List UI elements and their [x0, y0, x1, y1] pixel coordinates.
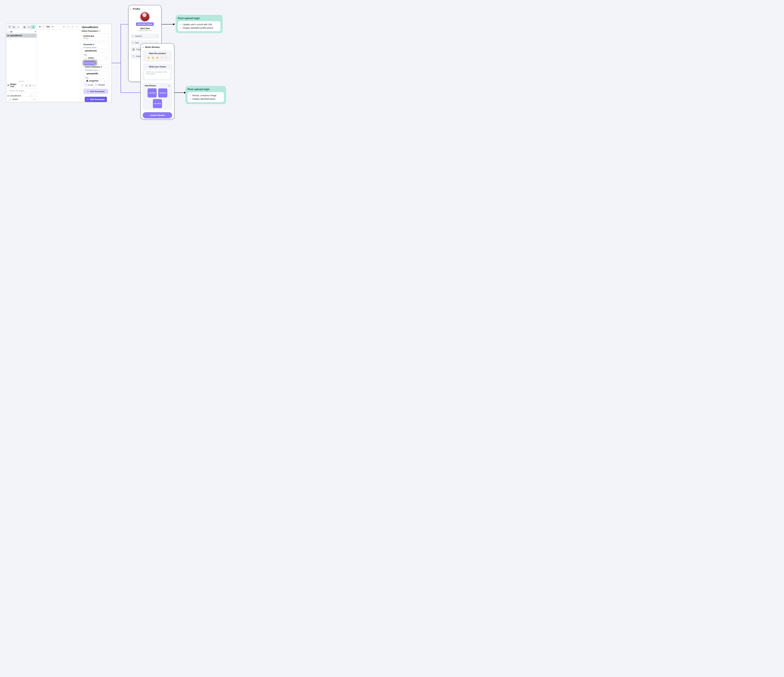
star-icon[interactable]: ★ — [151, 56, 155, 60]
search-result[interactable]: ◈ UploadButton — [6, 34, 37, 37]
btn-label: Add Parameter — [90, 90, 105, 93]
tree-icon: ☰ — [7, 84, 9, 87]
back-icon[interactable]: ‹ — [131, 8, 131, 10]
device-icon[interactable]: ▭ — [67, 25, 70, 28]
callout-line: Display uploaded photo — [192, 98, 215, 100]
flow-icon: ⤳ — [180, 23, 181, 26]
ap-type-select[interactable]: 🖼 ImagePath ⌄ — [85, 79, 107, 83]
set-profile-picture-button[interactable]: Set Profile Picture — [136, 22, 154, 26]
text-style-icon[interactable]: тT — [71, 25, 74, 28]
add-child-icon[interactable]: ＋ — [30, 95, 33, 97]
photos-count: 0/5 — [168, 85, 170, 87]
nullable-checkbox[interactable]: Nullable — [95, 84, 105, 86]
add-parameter-button[interactable]: ＋ Add Parameter — [85, 97, 107, 102]
flow-icon: ⤳ — [190, 94, 191, 97]
write-title: Write your review — [145, 65, 170, 68]
action-param-header[interactable]: Action Parameter 1 ⌄ — [85, 66, 107, 68]
ap-type-value: ImagePath — [89, 80, 99, 82]
param-type-label: Type — [83, 54, 108, 56]
layers-icon[interactable]: ⧉ — [7, 25, 11, 29]
button-icon: ʙ — [9, 98, 12, 101]
lock-icon[interactable]: 🔒 — [25, 84, 28, 87]
add-photo-button[interactable]: Add Photo — [153, 99, 162, 108]
resize-handle[interactable] — [95, 61, 96, 64]
image-icon: 🖼 — [86, 80, 88, 82]
add-photo-button[interactable]: Add Photo — [158, 89, 167, 98]
btn-label: Add Parameter — [90, 98, 105, 101]
ap-name-input[interactable] — [85, 71, 107, 76]
screen-title: Write Review — [145, 46, 160, 48]
photos-title: Add Photos — [145, 84, 156, 87]
param-name-input[interactable] — [83, 49, 108, 53]
submit-review-button[interactable]: Submit Review — [143, 112, 172, 118]
action-badge-icon: ⚡ — [33, 98, 35, 101]
tree-row-label: Button — [13, 98, 32, 101]
search-input[interactable] — [9, 30, 34, 33]
chevron-down-icon: ⌄ — [104, 80, 105, 82]
add-photo-button[interactable]: Add Photo — [148, 89, 157, 98]
map-icon: ⌂ — [132, 35, 134, 37]
widget-tree-search[interactable]: ⌕ Search for widget... — [6, 89, 37, 93]
write-card: Write your review Share your experience … — [143, 64, 172, 81]
clear-search-icon[interactable]: ✕ — [35, 30, 37, 33]
diamond-icon: ◈ — [7, 95, 9, 97]
folder-icon[interactable]: 🗀 — [27, 25, 31, 29]
star-icon[interactable]: ☆ — [165, 56, 168, 60]
action-param-card: Action Parameter 1 ⌄ Parameter Name ⓘ Ty… — [83, 64, 108, 87]
components-icon[interactable]: ◈ — [16, 25, 20, 29]
plus-icon: ＋ — [87, 90, 89, 93]
star-icon[interactable]: ☆ — [160, 56, 163, 60]
widget-preview-label: [buttonLabel] — [84, 61, 95, 65]
zoom-in-button[interactable]: + — [51, 25, 54, 28]
align-left-icon[interactable]: ↤ — [38, 25, 41, 28]
phone-review: ‹ Write Review Rate this product ★ ★ ★ ☆… — [140, 43, 174, 120]
theme-icon[interactable]: ☀ — [62, 25, 65, 28]
chevron-right-icon: › — [107, 36, 108, 38]
widget-tree-header: ☰ Widget Tree ⓘ 🔒 ⇵ ≡ — [6, 82, 37, 89]
checkbox-icon — [85, 84, 87, 86]
sort-icon[interactable]: ≡ — [33, 84, 35, 87]
star-icon[interactable]: ★ — [156, 56, 159, 60]
profile-email: joy@augustin.com — [131, 30, 159, 31]
islist-checkbox[interactable]: Is List — [85, 84, 93, 86]
back-icon[interactable]: ‹ — [143, 46, 143, 48]
more-icon[interactable]: ⋮ — [33, 95, 35, 97]
result-label: UploadButton — [10, 34, 22, 37]
menu-item-address[interactable]: ⌂ Address › — [131, 34, 159, 39]
panel-title: UploadButton — [82, 26, 110, 29]
plus-icon: ＋ — [87, 98, 89, 101]
menu-label: Address — [135, 35, 142, 37]
splitter-handle[interactable] — [6, 81, 37, 82]
structure-icon[interactable]: ⌗ — [75, 25, 79, 28]
callout-title: Post upload logic — [178, 17, 221, 20]
star-rating[interactable]: ★ ★ ★ ☆ ☆ — [145, 56, 170, 60]
tree-row-label: UploadButton — [10, 95, 29, 97]
param-card-1[interactable]: buttonLabel String › — [82, 34, 110, 41]
add-component-icon[interactable]: ⊕ — [31, 25, 35, 29]
info-icon[interactable]: ⓘ — [98, 69, 100, 71]
tree-row-root[interactable]: ◈ UploadButton ＋ ⋮ — [7, 94, 36, 98]
grid-icon[interactable]: ▦ — [22, 25, 26, 29]
review-textarea[interactable]: Share your experience with this product.… — [145, 70, 170, 79]
section-label: Define Parameters — [82, 30, 98, 32]
pages-icon[interactable]: ▤ — [12, 25, 16, 29]
param2-header[interactable]: Parameter 2 ⌄ — [83, 43, 108, 46]
callout-title: Post upload logic — [188, 88, 224, 91]
menu-label: Help — [135, 42, 139, 44]
zoom-out-button[interactable]: − — [42, 25, 45, 28]
info-icon[interactable]: ⓘ — [22, 84, 23, 87]
tree-row-child[interactable]: ʙ Button ⚡ — [7, 98, 36, 101]
widget-tree-search-placeholder: Search for widget... — [9, 90, 26, 92]
star-icon[interactable]: ★ — [147, 56, 150, 60]
param-type-select[interactable]: ⚡ Action ⌄ — [83, 56, 108, 60]
info-icon[interactable]: ⓘ — [99, 30, 101, 32]
widget-preview[interactable]: [buttonLabel] — [83, 60, 97, 66]
avatar — [140, 12, 149, 21]
chevron-down-icon: ⌄ — [105, 57, 107, 59]
callout-profile: Post upload logic ⤳Update user's record … — [176, 15, 222, 33]
rate-title: Rate this product — [145, 52, 170, 54]
collapse-icon[interactable]: ⇵ — [29, 84, 32, 87]
ap-type-label: Type — [85, 77, 107, 79]
tree-panel: ⧉ ▤ ◈ ▦ 🗀 ⊕ ⌕ ✕ ◈ UploadButton — [6, 24, 37, 102]
add-action-param-button[interactable]: ＋ Add Parameter — [83, 89, 108, 94]
